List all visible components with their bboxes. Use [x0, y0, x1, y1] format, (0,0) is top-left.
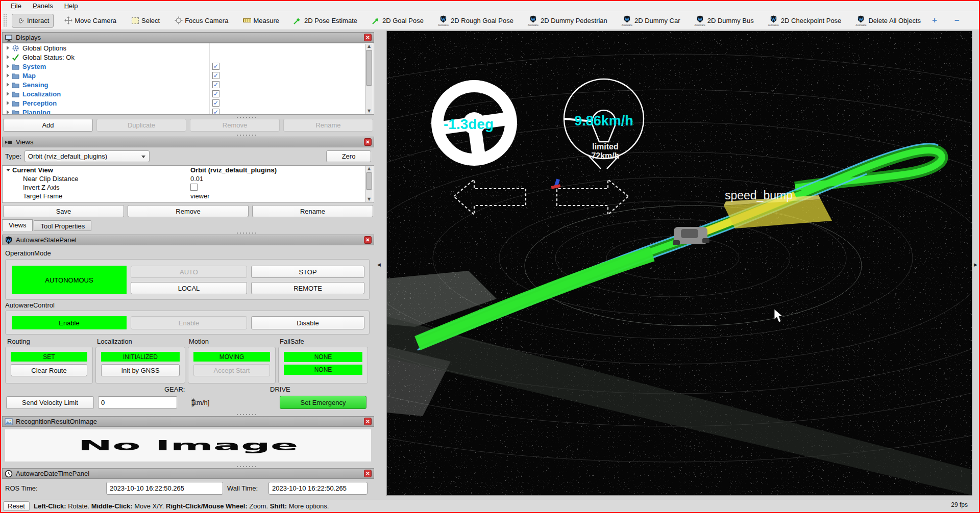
remove-view-button[interactable]: Remove	[128, 205, 249, 217]
local-mode-button[interactable]: LOCAL	[131, 282, 247, 294]
property-row-current-view[interactable]: Current View Orbit (rviz_default_plugins…	[3, 166, 374, 174]
send-velocity-limit-button[interactable]: Send Velocity Limit	[6, 396, 94, 409]
views-tree-scrollbar[interactable]: ▲ ▼	[365, 166, 373, 202]
focus-camera-tool-button[interactable]: Focus Camera	[170, 14, 232, 27]
dock-collapse-left-icon[interactable]: ◀	[377, 262, 381, 267]
pose-estimate-tool-button[interactable]: 2D Pose Estimate	[289, 14, 361, 27]
wall-time-field[interactable]	[268, 482, 368, 495]
rename-view-button[interactable]: Rename	[252, 205, 373, 217]
display-enabled-checkbox[interactable]: ✓	[212, 90, 219, 97]
tree-row-global-status[interactable]: Global Status: Ok	[3, 53, 374, 62]
display-enabled-checkbox[interactable]: ✓	[212, 63, 219, 70]
accept-start-button[interactable]: Accept Start	[193, 364, 270, 376]
tree-row-global-options[interactable]: Global Options	[3, 43, 374, 53]
velocity-limit-spinbox[interactable]	[98, 396, 177, 408]
dock-splitter[interactable]	[236, 414, 256, 416]
dock-splitter[interactable]	[236, 232, 256, 234]
close-icon[interactable]: ✕	[364, 34, 372, 41]
add-tool-button[interactable]: +	[928, 14, 941, 27]
scroll-down-icon[interactable]: ▼	[366, 109, 372, 114]
control-disable-button[interactable]: Disable	[251, 316, 364, 329]
dock-splitter[interactable]	[236, 116, 256, 118]
control-enable-active-button[interactable]: Enable	[12, 316, 127, 329]
tree-row-perception[interactable]: Perception ✓	[3, 98, 374, 108]
expand-arrow-icon[interactable]	[7, 46, 9, 50]
dummy-pedestrian-tool-button[interactable]: Autoware 2D Dummy Pedestrian	[524, 13, 611, 29]
property-value[interactable]: 40.8676	[190, 201, 214, 203]
displays-panel-header[interactable]: Displays ✕	[2, 32, 374, 43]
display-enabled-checkbox[interactable]: ✓	[212, 72, 219, 79]
close-icon[interactable]: ✕	[364, 418, 372, 425]
interact-tool-button[interactable]: Interact	[12, 14, 54, 28]
rough-goal-pose-tool-button[interactable]: Autoware 2D Rough Goal Pose	[434, 13, 518, 29]
autoware-state-panel-header[interactable]: AutowareStatePanel ✕	[2, 235, 374, 245]
views-panel-header[interactable]: Views ✕	[2, 137, 374, 147]
tab-tool-properties[interactable]: Tool Properties	[34, 220, 91, 231]
expand-arrow-icon[interactable]	[7, 73, 9, 78]
3d-viewport[interactable]: -1.3deg 9.86km/h limited 72km/h speed_bu…	[386, 31, 972, 496]
delete-all-objects-tool-button[interactable]: Autoware Delete All Objects	[851, 13, 925, 29]
expand-arrow-icon[interactable]	[7, 101, 9, 105]
property-row-near-clip[interactable]: Near Clip Distance 0.01	[3, 174, 374, 183]
property-row-invert-z[interactable]: Invert Z Axis	[3, 183, 374, 192]
scroll-up-icon[interactable]: ▲	[366, 166, 372, 171]
checkpoint-pose-tool-button[interactable]: Autoware 2D Checkpoint Pose	[764, 13, 846, 29]
auto-mode-button[interactable]: AUTO	[131, 266, 247, 278]
collapse-arrow-icon[interactable]	[6, 169, 10, 171]
rename-display-button[interactable]: Rename	[283, 119, 373, 132]
move-camera-tool-button[interactable]: Move Camera	[60, 14, 120, 27]
remove-tool-button[interactable]: –	[950, 14, 963, 27]
velocity-limit-input[interactable]	[99, 397, 191, 408]
property-row-distance[interactable]: Distance 40.8676	[3, 200, 374, 203]
select-tool-button[interactable]: Select	[127, 14, 164, 27]
dummy-bus-tool-button[interactable]: Autoware 2D Dummy Bus	[691, 13, 758, 29]
display-enabled-checkbox[interactable]: ✓	[212, 99, 219, 107]
add-display-button[interactable]: Add	[3, 119, 93, 132]
property-row-target-frame[interactable]: Target Frame viewer	[3, 192, 374, 200]
close-icon[interactable]: ✕	[364, 138, 372, 146]
expand-arrow-icon[interactable]	[7, 64, 9, 68]
close-icon[interactable]: ✕	[364, 470, 372, 477]
toolbar-grip[interactable]	[3, 14, 7, 27]
scroll-down-icon[interactable]: ▼	[366, 197, 372, 202]
invert-z-checkbox[interactable]	[190, 184, 198, 191]
display-enabled-checkbox[interactable]: ✓	[212, 109, 219, 115]
expand-arrow-icon[interactable]	[7, 83, 9, 87]
ros-time-field[interactable]	[106, 482, 223, 495]
view-type-combobox[interactable]: Orbit (rviz_default_plugins)	[24, 150, 150, 162]
autonomous-mode-button[interactable]: AUTONOMOUS	[12, 266, 127, 294]
tab-views[interactable]: Views	[2, 219, 33, 231]
menu-help[interactable]: Help	[60, 2, 83, 10]
dock-collapse-right-icon[interactable]: ▶	[974, 262, 977, 267]
tree-row-localization[interactable]: Localization ✓	[3, 89, 374, 98]
stop-mode-button[interactable]: STOP	[251, 266, 364, 278]
expand-arrow-icon[interactable]	[7, 110, 9, 114]
set-emergency-button[interactable]: Set Emergency	[280, 396, 366, 409]
wall-time-input[interactable]	[269, 482, 367, 494]
tree-row-sensing[interactable]: Sensing ✓	[3, 80, 374, 89]
measure-tool-button[interactable]: Measure	[238, 14, 283, 27]
dummy-car-tool-button[interactable]: Autoware 2D Dummy Car	[618, 13, 684, 29]
menu-file[interactable]: File	[6, 2, 26, 10]
reset-button[interactable]: Reset	[3, 501, 30, 511]
menu-panels[interactable]: Panels	[28, 2, 58, 10]
expand-arrow-icon[interactable]	[7, 92, 9, 96]
dock-splitter[interactable]	[236, 134, 256, 136]
scrollbar-thumb[interactable]	[366, 172, 372, 190]
scroll-up-icon[interactable]: ▲	[366, 44, 372, 49]
tree-row-planning[interactable]: Planning ✓	[3, 108, 374, 115]
remote-mode-button[interactable]: REMOTE	[251, 282, 364, 294]
property-value[interactable]: 0.01	[190, 175, 203, 183]
tree-row-system[interactable]: System ✓	[3, 62, 374, 71]
close-icon[interactable]: ✕	[364, 236, 372, 244]
save-view-button[interactable]: Save	[3, 205, 124, 217]
init-by-gnss-button[interactable]: Init by GNSS	[101, 364, 180, 376]
duplicate-display-button[interactable]: Duplicate	[96, 119, 186, 132]
remove-display-button[interactable]: Remove	[190, 119, 280, 132]
scrollbar-thumb[interactable]	[366, 50, 372, 86]
property-value[interactable]: viewer	[190, 192, 210, 200]
datetime-panel-header[interactable]: AutowareDateTimePanel ✕	[2, 468, 374, 479]
goal-pose-tool-button[interactable]: 2D Goal Pose	[368, 14, 428, 27]
control-enable-button[interactable]: Enable	[131, 316, 247, 329]
ros-time-input[interactable]	[107, 482, 223, 494]
